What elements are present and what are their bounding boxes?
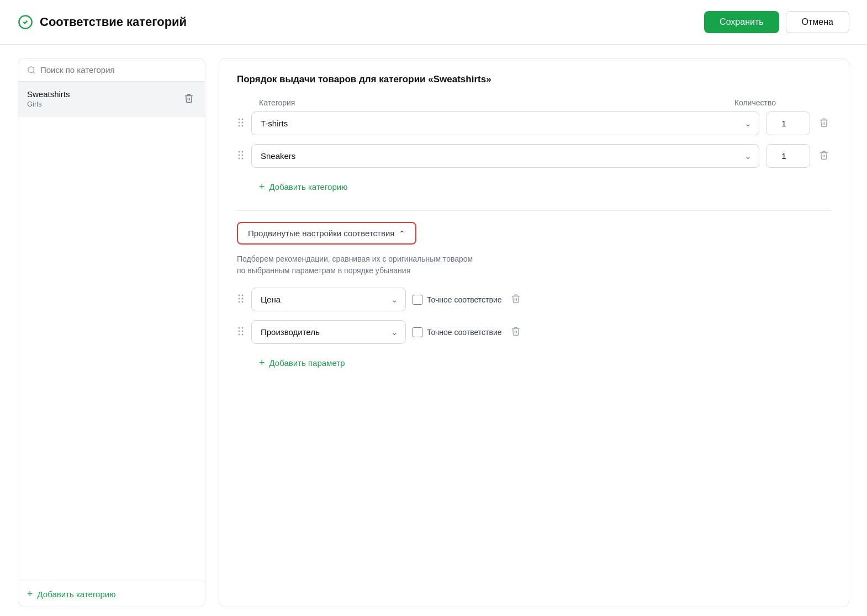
param-select-wrapper-1: Цена Производитель Размер ⌄ [251,288,406,311]
content-panel: Порядок выдачи товаров для категории «Sw… [219,58,849,607]
chevron-up-icon: ⌃ [399,229,405,238]
delete-param-2-button[interactable] [509,324,523,340]
svg-point-8 [242,125,244,126]
sidebar-item-content: Sweatshirts Girls [27,89,70,108]
category-select-2[interactable]: Sneakers T-shirts Sweatshirts [251,144,759,168]
svg-point-16 [242,294,244,296]
param-row-1: Цена Производитель Размер ⌄ Точное соотв… [237,288,831,311]
drag-handle-1[interactable] [237,117,245,130]
svg-point-7 [239,125,240,126]
sidebar-item-name: Sweatshirts [27,89,70,99]
sidebar: Sweatshirts Girls + Добавить категорию [18,58,205,607]
param-select-1[interactable]: Цена Производитель Размер [251,288,406,311]
sidebar-item-sweatshirts[interactable]: Sweatshirts Girls [18,82,205,116]
trash-icon-param2 [511,326,521,336]
quantity-input-2[interactable] [766,144,810,168]
advanced-description: Подберем рекомендации, сравнивая их с ор… [237,253,831,277]
category-row-1: T-shirts Sweatshirts Sneakers ⌄ [237,111,831,135]
category-select-1[interactable]: T-shirts Sweatshirts Sneakers [251,111,759,135]
exact-match-label-1: Точное соответствие [427,295,502,304]
drag-handle-param-2[interactable] [237,326,245,339]
exact-match-checkbox-1[interactable] [413,295,422,305]
sidebar-list: Sweatshirts Girls [18,82,205,581]
drag-handle-param-1[interactable] [237,293,245,306]
param-select-2[interactable]: Производитель Цена Размер [251,320,406,344]
exact-match-1: Точное соответствие [413,295,502,305]
delete-row-2-button[interactable] [817,148,831,164]
plus-icon-cat: + [259,181,265,193]
header-category: Категория [259,98,295,107]
svg-point-13 [239,157,240,159]
add-category-sidebar-label: Добавить категорию [38,590,116,599]
content-title: Порядок выдачи товаров для категории «Sw… [237,74,831,85]
add-param-label: Добавить параметр [269,358,345,368]
svg-point-9 [239,151,240,152]
drag-dots-param-icon-2 [237,326,245,337]
search-icon [27,66,36,75]
param-select-wrapper-2: Производитель Цена Размер ⌄ [251,320,406,344]
category-row-2: Sneakers T-shirts Sweatshirts ⌄ [237,144,831,168]
svg-point-17 [239,298,240,299]
svg-point-23 [239,330,240,332]
cancel-button[interactable]: Отмена [786,11,849,33]
exact-match-2: Точное соответствие [413,327,502,337]
add-category-sidebar-button[interactable]: + Добавить категорию [18,581,205,607]
svg-point-22 [242,327,244,328]
sidebar-item-delete-button[interactable] [182,91,196,107]
delete-row-1-button[interactable] [817,115,831,131]
svg-point-19 [239,301,240,302]
svg-line-2 [33,72,35,73]
svg-point-11 [239,154,240,156]
svg-point-5 [239,121,240,123]
header-actions: Сохранить Отмена [704,11,849,33]
svg-point-3 [239,118,240,120]
delete-param-1-button[interactable] [509,291,523,307]
table-headers: Категория Количество [237,98,831,111]
drag-dots-icon [237,117,245,128]
sidebar-search [18,59,205,82]
svg-point-10 [242,151,244,152]
page-title: Соответствие категорий [40,15,187,29]
exact-match-checkbox-2[interactable] [413,327,422,337]
trash-icon-row1 [819,118,829,128]
add-category-label: Добавить категорию [269,182,348,192]
trash-icon [184,93,194,103]
drag-dots-icon-2 [237,150,245,161]
search-input[interactable] [40,65,196,75]
exact-match-label-2: Точное соответствие [427,328,502,337]
advanced-section: Продвинутые настройки соответствия ⌃ Под… [237,222,831,373]
category-select-wrapper-2: Sneakers T-shirts Sweatshirts ⌄ [251,144,759,168]
svg-point-18 [242,298,244,299]
svg-point-26 [242,333,244,335]
save-button[interactable]: Сохранить [704,11,779,33]
quantity-input-1[interactable] [766,111,810,135]
category-select-wrapper-1: T-shirts Sweatshirts Sneakers ⌄ [251,111,759,135]
svg-point-6 [242,121,244,123]
svg-point-1 [28,67,34,73]
advanced-toggle-label: Продвинутые настройки соответствия [248,229,394,238]
svg-point-20 [242,301,244,302]
plus-icon-param: + [259,357,265,369]
drag-dots-param-icon-1 [237,293,245,304]
header-quantity: Количество [734,98,809,107]
add-param-button[interactable]: + Добавить параметр [237,353,345,373]
svg-point-25 [239,333,240,335]
svg-point-15 [239,294,240,296]
svg-point-12 [242,154,244,156]
param-row-2: Производитель Цена Размер ⌄ Точное соотв… [237,320,831,344]
svg-point-14 [242,157,244,159]
advanced-desc-text: Подберем рекомендации, сравнивая их с ор… [237,254,473,275]
header-left: Соответствие категорий [18,14,187,30]
drag-handle-2[interactable] [237,150,245,163]
trash-icon-param1 [511,294,521,304]
svg-point-21 [239,327,240,328]
svg-point-24 [242,330,244,332]
advanced-toggle-button[interactable]: Продвинутые настройки соответствия ⌃ [237,222,416,245]
plus-icon: + [27,589,33,599]
check-circle-icon [18,14,33,30]
add-category-button[interactable]: + Добавить категорию [237,177,347,197]
sidebar-item-sub: Girls [27,100,70,108]
divider [237,210,831,211]
trash-icon-row2 [819,150,829,160]
svg-point-4 [242,118,244,120]
